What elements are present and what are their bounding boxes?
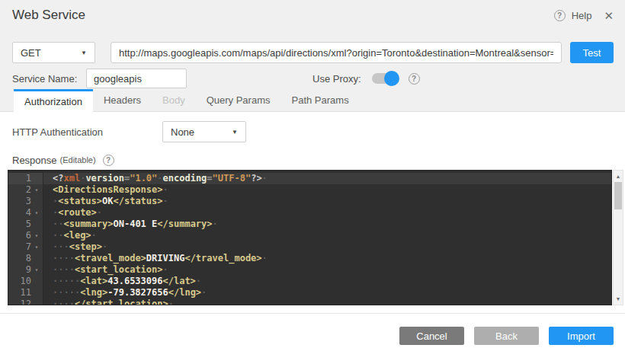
code-line: 4▾·<route>·	[8, 207, 611, 219]
line-number: 1	[8, 173, 31, 184]
service-name-label: Service Name:	[12, 73, 86, 85]
line-gutter[interactable]: 7▾	[8, 241, 43, 253]
code-text: ·<status>OK</status>·	[43, 196, 168, 207]
code-text: ···<step>·	[43, 241, 107, 253]
editor-scrollbar[interactable]: ▲ ▼	[613, 170, 623, 305]
web-service-dialog: Web Service ? Help ✕ GET ▼ Test Service …	[0, 0, 625, 364]
use-proxy-toggle[interactable]	[372, 72, 398, 85]
tab-query-params[interactable]: Query Params	[196, 89, 281, 111]
scroll-down-icon[interactable]: ▼	[614, 294, 623, 304]
chevron-down-icon: ▼	[81, 49, 87, 56]
line-number: 6	[8, 230, 31, 241]
http-auth-label: HTTP Authentication	[12, 126, 162, 138]
header-actions: ? Help ✕	[554, 10, 614, 21]
line-number: 5	[8, 219, 31, 230]
code-text: ··<leg>·	[43, 230, 97, 241]
cancel-button[interactable]: Cancel	[399, 327, 464, 345]
code-line: 2▾<DirectionsResponse>·	[8, 184, 611, 196]
service-row: Service Name: Use Proxy: ?	[0, 63, 625, 89]
code-text: ·····<lat>43.6533096</lat>·	[43, 276, 201, 287]
request-row: GET ▼ Test	[0, 30, 625, 63]
line-gutter[interactable]: 8	[8, 253, 43, 264]
fold-arrow-icon[interactable]: ▾	[31, 207, 42, 219]
code-line: 8····<travel_mode>DRIVING</travel_mode>·	[8, 253, 611, 264]
response-header-row: Response (Editable) ?	[0, 142, 625, 167]
dialog-header: Web Service ? Help ✕	[0, 0, 625, 30]
chevron-down-icon: ▼	[232, 129, 238, 136]
code-text: ··<summary>ON-401 E</summary>·	[43, 219, 218, 230]
response-editable-label: (Editable)	[60, 155, 96, 164]
code-line: 11·····<lng>-79.3827656</lng>·	[8, 287, 611, 299]
code-line: 7▾···<step>·	[8, 241, 611, 253]
response-editor-wrap: 1<?xml·version="1.0"·encoding="UTF-8"?>·…	[8, 170, 623, 305]
code-lines[interactable]: 1<?xml·version="1.0"·encoding="UTF-8"?>·…	[8, 170, 612, 305]
url-input[interactable]	[111, 42, 562, 63]
line-gutter[interactable]: 4▾	[8, 207, 43, 219]
line-number: 9	[8, 264, 31, 276]
line-gutter[interactable]: 2▾	[8, 184, 43, 196]
line-number: 7	[8, 241, 31, 253]
line-number: 8	[8, 253, 31, 264]
line-number: 3	[8, 196, 31, 207]
line-gutter[interactable]: 3	[8, 196, 43, 207]
code-text: <?xml·version="1.0"·encoding="UTF-8"?>·	[43, 173, 268, 184]
tab-content: HTTP Authentication None ▼ Response (Edi…	[0, 112, 625, 345]
line-gutter[interactable]: 10	[8, 276, 43, 287]
code-line: 6▾··<leg>·	[8, 230, 611, 241]
line-gutter[interactable]: 1	[8, 173, 43, 184]
service-name-input[interactable]	[86, 69, 187, 88]
use-proxy-label: Use Proxy:	[312, 73, 361, 85]
tab-headers[interactable]: Headers	[93, 89, 152, 111]
line-gutter[interactable]: 12	[8, 299, 43, 305]
code-text: ····<start_location>·	[43, 264, 168, 276]
http-auth-row: HTTP Authentication None ▼	[0, 112, 625, 142]
test-button[interactable]: Test	[570, 42, 614, 63]
line-number: 11	[8, 287, 31, 299]
tab-path-params[interactable]: Path Params	[280, 89, 359, 111]
page-title: Web Service	[12, 8, 85, 23]
tab-body: Body	[152, 89, 196, 111]
help-icon[interactable]: ?	[554, 10, 566, 21]
proxy-help-icon[interactable]: ?	[409, 73, 420, 85]
help-link[interactable]: Help	[572, 10, 592, 21]
back-button[interactable]: Back	[474, 327, 539, 345]
response-label: Response	[12, 155, 57, 166]
line-gutter[interactable]: 9▾	[8, 264, 43, 276]
code-line: 12····</start_location>·	[8, 299, 611, 305]
code-text: ····</start_location>·	[43, 299, 174, 305]
scroll-up-icon[interactable]: ▲	[614, 171, 623, 181]
footer-buttons: CancelBackImport	[0, 314, 625, 345]
line-gutter[interactable]: 11	[8, 287, 43, 299]
response-help-icon[interactable]: ?	[103, 155, 114, 166]
code-line: 5··<summary>ON-401 E</summary>·	[8, 219, 611, 230]
line-gutter[interactable]: 5	[8, 219, 43, 230]
fold-arrow-icon[interactable]: ▾	[31, 230, 42, 241]
tab-bar: AuthorizationHeadersBodyQuery ParamsPath…	[0, 89, 625, 112]
method-select-value: GET	[21, 47, 41, 59]
fold-arrow-icon[interactable]: ▾	[31, 264, 42, 276]
fold-arrow-icon[interactable]: ▾	[31, 184, 42, 196]
import-button[interactable]: Import	[549, 327, 614, 345]
line-number: 10	[8, 276, 31, 287]
code-line: 3·<status>OK</status>·	[8, 196, 611, 207]
fold-arrow-icon[interactable]: ▾	[31, 241, 42, 253]
line-number: 2	[8, 184, 31, 196]
code-text: ····<travel_mode>DRIVING</travel_mode>·	[43, 253, 268, 264]
method-select[interactable]: GET ▼	[12, 42, 95, 63]
code-text: <DirectionsResponse>·	[43, 184, 168, 196]
code-text: ·<route>·	[43, 207, 102, 219]
code-line: 10·····<lat>43.6533096</lat>·	[8, 276, 611, 287]
scrollbar-thumb[interactable]	[614, 182, 622, 209]
line-number: 4	[8, 207, 31, 219]
close-icon[interactable]: ✕	[604, 10, 614, 21]
line-gutter[interactable]: 6▾	[8, 230, 43, 241]
http-auth-select-value: None	[171, 126, 194, 138]
toggle-knob	[384, 71, 399, 86]
code-line: 9▾····<start_location>·	[8, 264, 611, 276]
line-number: 12	[8, 299, 31, 305]
http-auth-select[interactable]: None ▼	[162, 121, 246, 142]
code-line: 1<?xml·version="1.0"·encoding="UTF-8"?>·	[8, 173, 611, 184]
code-text: ·····<lng>-79.3827656</lng>·	[43, 287, 207, 299]
top-section: Web Service ? Help ✕ GET ▼ Test Service …	[0, 0, 625, 89]
tab-authorization[interactable]: Authorization	[14, 89, 93, 112]
